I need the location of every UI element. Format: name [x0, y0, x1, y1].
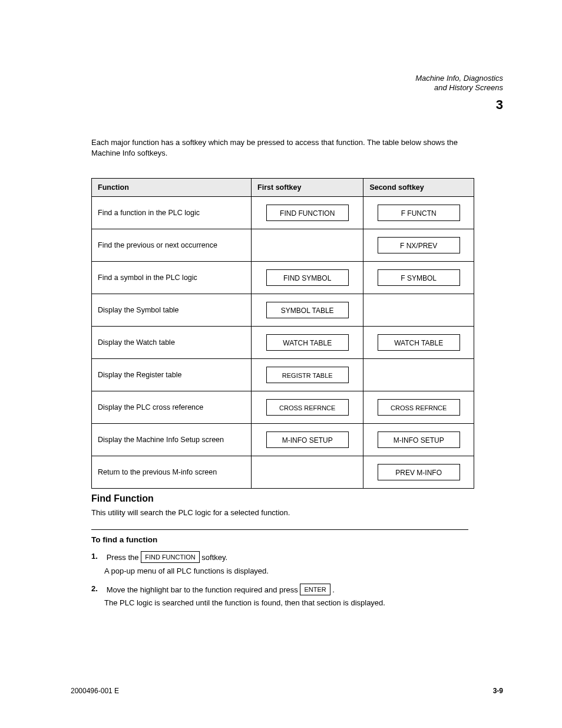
function-label: Display the Symbol table	[92, 294, 252, 327]
step1-suffix: softkey.	[201, 553, 227, 562]
function-label: Display the Watch table	[92, 327, 252, 359]
softkey-button[interactable]: F FUNCTN	[378, 205, 460, 221]
softkey-button[interactable]: SYMBOL TABLE	[266, 302, 349, 318]
table-row: Find a symbol in the PLC logic FIND SYMB…	[92, 262, 474, 294]
table-row: Display the PLC cross reference CROSS RE…	[92, 391, 474, 424]
table-header-first: First softkey	[252, 179, 363, 197]
header-title-line1: Machine Info, Diagnostics	[415, 74, 503, 83]
find-function-description: This utility will search the PLC logic f…	[91, 508, 468, 518]
softkey-button[interactable]: M-INFO SETUP	[266, 431, 349, 448]
body-section: Find Function This utility will search t…	[91, 475, 468, 615]
function-label: Display the Register table	[92, 359, 252, 391]
step2-note: The PLC logic is searched until the func…	[104, 598, 468, 608]
steps-heading: To find a function	[91, 535, 468, 546]
step-number: 1.	[91, 551, 104, 562]
step2-prefix: Move the highlight bar to the function r…	[107, 585, 300, 594]
empty-cell	[363, 294, 474, 327]
find-function-heading: Find Function	[91, 492, 468, 505]
softkey-button[interactable]: M-INFO SETUP	[378, 431, 460, 448]
step-1: 1. Press the FIND FUNCTION softkey. A po…	[91, 551, 468, 576]
softkey-button[interactable]: FIND FUNCTION	[266, 205, 349, 221]
step-2: 2. Move the highlight bar to the functio…	[91, 584, 468, 608]
softkey-button[interactable]: FIND SYMBOL	[266, 269, 349, 286]
table-header-function: Function	[92, 179, 252, 197]
table-row: Display the Watch table WATCH TABLE WATC…	[92, 327, 474, 359]
function-label: Find a symbol in the PLC logic	[92, 262, 252, 294]
footer-page-number: 3-9	[493, 687, 503, 695]
softkey-table: Function First softkey Second softkey Fi…	[91, 178, 474, 489]
header-title-line2: and History Screens	[415, 83, 503, 93]
softkey-button[interactable]: CROSS REFRNCE	[378, 399, 460, 416]
table-header-second: Second softkey	[363, 179, 474, 197]
softkey-button[interactable]: CROSS REFRNCE	[266, 399, 349, 416]
intro-paragraph: Each major function has a softkey which …	[91, 137, 468, 158]
softkey-inline-button[interactable]: FIND FUNCTION	[141, 551, 200, 563]
page-footer: 2000496-001 E 3-9	[71, 687, 503, 695]
step-number: 2.	[91, 584, 104, 594]
function-label: Find the previous or next occurrence	[92, 229, 252, 262]
softkey-button[interactable]: F SYMBOL	[378, 269, 460, 286]
function-label: Find a function in the PLC logic	[92, 197, 252, 229]
function-label: Display the Machine Info Setup screen	[92, 424, 252, 456]
step2-suffix: .	[332, 585, 335, 594]
step1-prefix: Press the	[107, 553, 141, 562]
table-row: Find a function in the PLC logic FIND FU…	[92, 197, 474, 229]
table-header-row: Function First softkey Second softkey	[92, 179, 474, 197]
table-row: Display the Machine Info Setup screen M-…	[92, 424, 474, 456]
empty-cell	[252, 229, 363, 262]
table-row: Display the Register table REGISTR TABLE	[92, 359, 474, 391]
softkey-button[interactable]: REGISTR TABLE	[266, 367, 349, 383]
table-row: Find the previous or next occurrence F N…	[92, 229, 474, 262]
softkey-button[interactable]: WATCH TABLE	[266, 334, 349, 351]
footer-doc-id: 2000496-001 E	[71, 687, 119, 695]
softkey-button[interactable]: WATCH TABLE	[378, 334, 460, 351]
enter-key-button[interactable]: ENTER	[300, 584, 330, 595]
empty-cell	[363, 359, 474, 391]
step1-note: A pop-up menu of all PLC functions is di…	[104, 566, 468, 577]
table-row: Display the Symbol table SYMBOL TABLE	[92, 294, 474, 327]
divider	[91, 529, 468, 530]
softkey-button[interactable]: F NX/PREV	[378, 237, 460, 253]
function-label: Display the PLC cross reference	[92, 391, 252, 424]
header-section-number: 3	[415, 97, 503, 113]
page-header: Machine Info, Diagnostics and History Sc…	[415, 74, 503, 113]
